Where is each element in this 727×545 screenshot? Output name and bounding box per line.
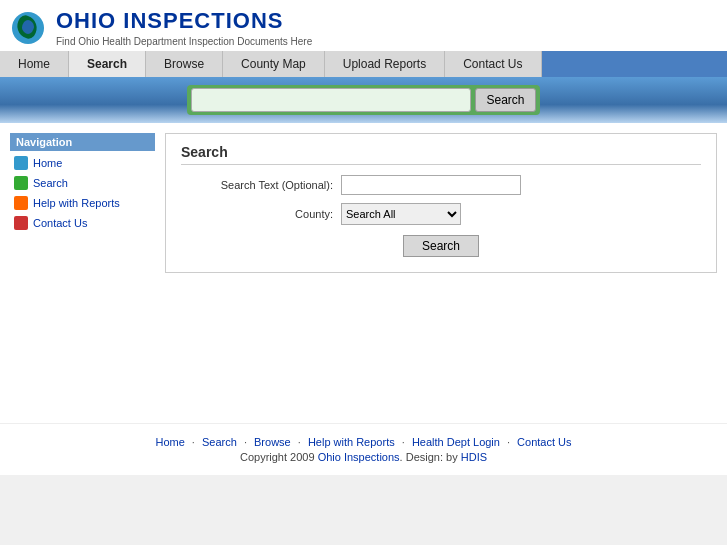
sidebar-item-home[interactable]: Home — [10, 153, 155, 173]
site-title: OHIO INSPECTIONS — [56, 8, 312, 34]
footer-links: Home · Search · Browse · Help with Repor… — [12, 436, 715, 448]
county-select[interactable]: Search All Adams Allen Ashland Franklin … — [341, 203, 461, 225]
search-section-title: Search — [181, 144, 701, 165]
search-submit-button[interactable]: Search — [403, 235, 479, 257]
footer-link-contact[interactable]: Contact Us — [517, 436, 571, 448]
footer-link-browse[interactable]: Browse — [254, 436, 291, 448]
search-text-input[interactable] — [341, 175, 521, 195]
sidebar-item-contact[interactable]: Contact Us — [10, 213, 155, 233]
nav-county-map[interactable]: County Map — [223, 51, 325, 77]
search-text-label: Search Text (Optional): — [181, 179, 341, 191]
sidebar: Navigation Home Search Help with Reports… — [10, 133, 155, 413]
search-section: Search Search Text (Optional): County: S… — [165, 133, 717, 273]
strip-search-button[interactable]: Search — [475, 88, 535, 112]
navigation-bar: Home Search Browse County Map Upload Rep… — [0, 51, 727, 77]
search-strip-inner: Search — [187, 85, 539, 115]
search-icon — [14, 176, 28, 190]
footer-link-health-dept[interactable]: Health Dept Login — [412, 436, 500, 448]
contact-icon — [14, 216, 28, 230]
page-footer: Home · Search · Browse · Help with Repor… — [0, 423, 727, 475]
search-submit-row: Search — [181, 235, 701, 257]
sidebar-search-label: Search — [33, 177, 68, 189]
sidebar-nav-header: Navigation — [10, 133, 155, 151]
help-icon — [14, 196, 28, 210]
county-row: County: Search All Adams Allen Ashland F… — [181, 203, 701, 225]
header-text: OHIO INSPECTIONS Find Ohio Health Depart… — [56, 8, 312, 47]
footer-link-help[interactable]: Help with Reports — [308, 436, 395, 448]
footer-link-search[interactable]: Search — [202, 436, 237, 448]
nav-upload-reports[interactable]: Upload Reports — [325, 51, 445, 77]
sidebar-item-help[interactable]: Help with Reports — [10, 193, 155, 213]
sidebar-contact-label: Contact Us — [33, 217, 87, 229]
footer-link-home[interactable]: Home — [155, 436, 184, 448]
strip-search-input[interactable] — [191, 88, 471, 112]
page-header: OHIO INSPECTIONS Find Ohio Health Depart… — [0, 0, 727, 51]
home-icon — [14, 156, 28, 170]
nav-search[interactable]: Search — [69, 51, 146, 77]
sidebar-home-label: Home — [33, 157, 62, 169]
site-tagline: Find Ohio Health Department Inspection D… — [56, 36, 312, 47]
ohio-logo-icon — [10, 10, 46, 46]
nav-contact-us[interactable]: Contact Us — [445, 51, 541, 77]
footer-copyright: Copyright 2009 Ohio Inspections. Design:… — [12, 451, 715, 463]
content-area: Search Search Text (Optional): County: S… — [165, 133, 717, 413]
search-strip: Search — [0, 77, 727, 123]
sidebar-help-label: Help with Reports — [33, 197, 120, 209]
county-label: County: — [181, 208, 341, 220]
search-text-row: Search Text (Optional): — [181, 175, 701, 195]
footer-design-link[interactable]: HDIS — [461, 451, 487, 463]
main-content: Navigation Home Search Help with Reports… — [0, 123, 727, 423]
nav-browse[interactable]: Browse — [146, 51, 223, 77]
footer-site-link[interactable]: Ohio Inspections — [318, 451, 400, 463]
sidebar-item-search[interactable]: Search — [10, 173, 155, 193]
nav-home[interactable]: Home — [0, 51, 69, 77]
